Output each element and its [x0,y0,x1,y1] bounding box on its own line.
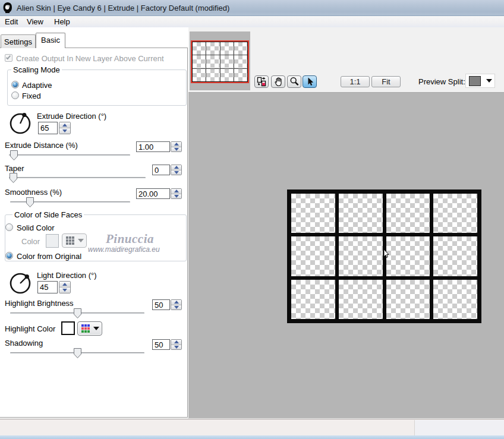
spin-down-button[interactable] [171,194,181,199]
spin-up-button[interactable] [171,189,181,194]
application-window: Alien Skin | Eye Candy 6 | Extrude | Fac… [0,0,504,439]
down-arrow-icon [62,289,67,292]
spin-down-button[interactable] [171,170,181,175]
shadowing-spinner[interactable] [171,339,182,350]
smoothness-slider-thumb[interactable] [26,197,34,207]
spin-down-button[interactable] [171,305,181,310]
down-arrow-icon [62,130,67,132]
magnifier-icon [289,77,300,87]
up-arrow-icon [62,283,67,286]
tab-basic[interactable]: Basic [36,33,65,48]
highlight-brightness-input[interactable]: 50 [152,299,170,310]
status-bar [0,419,504,435]
preview-split-dropdown[interactable] [465,74,495,88]
preview-split-label: Preview Split: [418,77,465,86]
highlight-brightness-spinner[interactable] [171,299,182,310]
title-bar[interactable]: Alien Skin | Eye Candy 6 | Extrude | Fac… [0,0,504,16]
taper-slider-thumb[interactable] [10,173,17,183]
scaling-mode-title: Scaling Mode [11,65,62,74]
smoothness-input[interactable]: 20.00 [136,188,170,199]
highlight-brightness-slider-thumb[interactable] [74,308,81,318]
preview-canvas[interactable] [188,92,504,418]
extrude-direction-spinner[interactable] [59,122,71,134]
spin-down-button[interactable] [171,345,181,350]
spin-up-button[interactable] [171,340,181,345]
spin-down-button[interactable] [59,128,70,134]
light-direction-dial[interactable] [8,271,33,296]
shadowing-label: Shadowing [5,339,43,348]
highlight-color-picker-button[interactable] [77,321,102,336]
extrude-distance-spinner[interactable] [171,141,182,152]
spin-up-button[interactable] [59,122,70,128]
color-from-original-radio[interactable] [5,252,13,260]
dropdown-arrow-icon [78,239,84,242]
extrude-direction-label: Extrude Direction (°) [37,112,106,121]
color-grid-icon [81,324,90,333]
shadowing-input[interactable]: 50 [152,339,170,350]
cursor-icon [305,77,315,87]
taper-slider-track[interactable] [9,177,146,179]
extrude-distance-slider-track[interactable] [9,154,130,156]
solid-color-label[interactable]: Solid Color [17,223,55,232]
extrude-distance-slider-thumb[interactable] [10,150,18,160]
fixed-label[interactable]: Fixed [22,91,41,100]
down-arrow-icon [174,195,179,198]
extrude-distance-input[interactable]: 1.00 [136,141,170,152]
highlight-color-label: Highlight Color [5,324,55,333]
fixed-radio[interactable] [11,91,19,99]
zoom-fit-button[interactable]: Fit [371,76,401,87]
extrude-distance-label: Extrude Distance (%) [5,141,78,150]
settings-panel: Settings Basic Create Output In New Laye… [0,27,188,418]
menu-view[interactable]: View [27,16,43,27]
adaptive-radio[interactable] [11,81,19,89]
spin-up-button[interactable] [171,300,181,305]
before-after-button[interactable] [254,75,269,88]
highlight-color-swatch[interactable] [61,321,75,335]
zoom-actual-button[interactable]: 1:1 [341,76,370,87]
color-label: Color [21,237,40,246]
spin-up-button[interactable] [171,165,181,170]
menu-edit[interactable]: Edit [5,16,18,27]
light-direction-label: Light Direction (°) [37,271,97,280]
dropdown-arrow-icon [93,327,99,330]
solid-color-radio[interactable] [5,223,13,231]
up-arrow-icon [174,340,179,343]
tab-settings[interactable]: Settings [1,34,36,48]
shadowing-slider-thumb[interactable] [74,348,81,358]
light-direction-input[interactable]: 45 [37,281,58,293]
menu-help[interactable]: Help [54,16,70,27]
solid-color-picker-button[interactable] [62,233,87,248]
zoom-button[interactable] [287,75,301,88]
adaptive-label[interactable]: Adaptive [22,81,52,90]
highlight-brightness-label: Highlight Brightness [5,299,74,308]
solid-color-swatch[interactable] [46,234,59,248]
color-grid-icon [66,236,74,245]
preview-thumbnail[interactable] [191,40,249,83]
preview-panel: 1:1 Fit Preview Split: [188,27,504,418]
status-divider [414,420,415,436]
spin-up-button[interactable] [59,282,70,287]
taper-input[interactable]: 0 [152,165,170,175]
color-from-original-label[interactable]: Color from Original [17,252,81,261]
up-arrow-icon [174,143,179,146]
up-arrow-icon [62,124,67,127]
up-arrow-icon [174,166,179,169]
spin-down-button[interactable] [171,147,181,152]
create-output-label: Create Output In New Layer Above Current [16,54,164,63]
hand-icon [273,77,284,87]
spin-down-button[interactable] [59,287,70,293]
smoothness-spinner[interactable] [171,188,182,199]
extrude-direction-input[interactable]: 65 [38,122,58,134]
menu-bar: Edit View Help [0,16,504,27]
down-arrow-icon [174,306,179,309]
split-swatch [469,76,481,86]
select-button[interactable] [303,75,317,88]
extrude-direction-dial[interactable] [8,111,33,136]
up-arrow-icon [174,301,179,304]
taper-spinner[interactable] [171,165,182,175]
pan-button[interactable] [271,75,285,88]
create-output-checkbox[interactable] [5,54,12,62]
checkmark-icon [6,55,11,60]
light-direction-spinner[interactable] [59,281,71,293]
spin-up-button[interactable] [171,142,181,147]
